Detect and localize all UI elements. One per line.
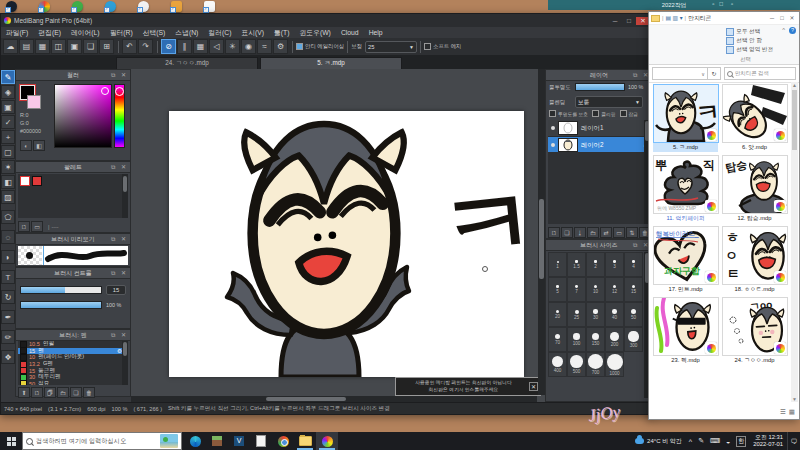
correction-dropdown[interactable]: 25▼ [365, 41, 417, 53]
file-name[interactable]: 18. ㅎㅇㅌ.mdp [722, 285, 787, 294]
brush-up-icon[interactable]: ⬆ [18, 387, 30, 398]
white-app-icon[interactable]: ↗ [138, 1, 149, 12]
green-app-icon[interactable]: ↗ [72, 1, 83, 12]
menu-7[interactable]: 표시(V) [236, 27, 269, 38]
file-item-7[interactable]: ㄱoo 24. ㄱㅇㅇ.mdp [722, 297, 787, 365]
file-thumbnail[interactable]: ㄱoo [722, 297, 788, 356]
layer-opacity-slider[interactable] [575, 83, 625, 91]
visibility-icon[interactable] [551, 143, 555, 147]
file-thumbnail[interactable]: 행복바이러스_ 과자구함 [653, 226, 719, 285]
view-mode-toggles[interactable]: ☰▦ [780, 408, 795, 416]
menu-6[interactable]: 컬러(C) [203, 27, 236, 38]
layer-transfer-icon[interactable]: ⇄ [600, 227, 612, 238]
brush-size-400[interactable]: 400 [548, 352, 567, 377]
background-window-titlebar[interactable]: 2022작업 ▫ ⃠ ▫ [548, 0, 800, 10]
select-none-button[interactable]: 선택 안 함 [726, 37, 773, 45]
panel-buttons[interactable]: ⧉ ✕ [111, 163, 128, 171]
open-icon[interactable]: ▤ [19, 39, 34, 54]
pencil-tool[interactable]: ✏ [1, 330, 15, 344]
magic-wand-tool[interactable]: ✶ [1, 160, 15, 174]
menu-10[interactable]: Cloud [336, 27, 364, 38]
brush-size-1[interactable]: 1 [548, 252, 567, 277]
explorer-titlebar[interactable]: | ▤ ▥ ▾ | 만치티콘 ─ □ ✕ [649, 12, 799, 25]
taskbar-edge-icon[interactable] [184, 432, 206, 450]
lasso-tool[interactable]: ◌ [1, 230, 15, 244]
brush-size-12[interactable]: 12 [605, 277, 624, 302]
rotate-tool[interactable]: ↻ [1, 290, 15, 304]
brush-size-1000[interactable]: 1000 [605, 352, 624, 377]
visibility-icon[interactable] [551, 126, 555, 130]
notification-center-button[interactable]: 🗨 [787, 432, 800, 450]
eyedropper-tool[interactable]: ◗ [1, 250, 15, 264]
taskbar-chrome-icon[interactable] [272, 432, 294, 450]
snap-settings-icon[interactable]: ⚙ [273, 39, 288, 54]
select-all-button[interactable]: 모두 선택 [726, 28, 773, 36]
maximize-button[interactable]: □ [622, 17, 636, 24]
hue-strip[interactable] [114, 84, 125, 148]
panel-buttons[interactable]: ⧉ ✕ [111, 269, 128, 277]
document-tab-0[interactable]: 24. ㄱㅇㅇ.mdp [116, 57, 258, 70]
help-icon[interactable]: ? [789, 27, 796, 34]
menu-5[interactable]: 스냅(N) [170, 27, 203, 38]
menu-8[interactable]: 툴(T) [269, 27, 294, 38]
search-highlight-image[interactable] [160, 434, 178, 448]
palette-swatch-0[interactable] [20, 176, 30, 186]
brush-size-5[interactable]: 5 [548, 277, 567, 302]
menu-11[interactable]: Help [364, 27, 388, 38]
layer-duplicate-icon[interactable]: ❏ [561, 227, 573, 238]
soft-edge-checkbox[interactable] [424, 43, 431, 50]
brush-size-2[interactable]: 2 [586, 252, 605, 277]
file-item-6[interactable]: 23. 헥.mdp [653, 297, 718, 365]
keyboard-tray-icon[interactable]: ⌨ [710, 437, 720, 445]
brush-size-700[interactable]: 700 [586, 352, 605, 377]
folder-app-icon[interactable]: ↗ [171, 1, 182, 12]
palette-trash-icon[interactable]: ▭ [31, 221, 43, 232]
eraser-tool[interactable]: ◈ [1, 85, 15, 99]
brush-item-6[interactable]: 50 점묘 [18, 381, 124, 385]
taskbar-search-box[interactable]: 검색하려면 여기에 입력하십시오 [22, 432, 182, 450]
brush-add-menu-icon[interactable]: 🗍 [44, 387, 56, 398]
snap-crosshatch-icon[interactable]: ▦ [193, 39, 208, 54]
tooltip-close-icon[interactable]: ✕ [529, 382, 538, 391]
redo-icon[interactable]: ↷ [138, 39, 153, 54]
grid-icon[interactable]: ⊞ [99, 39, 114, 54]
menu-1[interactable]: 편집(E) [33, 27, 66, 38]
brush-size-3[interactable]: 3 [605, 252, 624, 277]
document-app-icon[interactable]: ↗ [204, 1, 215, 12]
menu-2[interactable]: 레이어(L) [66, 27, 105, 38]
select-poly-tool[interactable]: ⬠ [1, 210, 15, 224]
select-rect-tool[interactable]: ▢ [1, 145, 15, 159]
brush-duplicate-icon[interactable]: ❏ [70, 387, 82, 398]
panel-buttons[interactable]: ⧉ ✕ [111, 331, 128, 339]
layer-up-down-icon[interactable]: ⇅ [626, 227, 638, 238]
brush-size-200[interactable]: 200 [605, 327, 624, 352]
panel-buttons[interactable]: ⧉ ✕ [111, 235, 128, 243]
address-bar[interactable]: ∨ [652, 67, 708, 80]
blue-wave-app-icon[interactable]: ↗ [105, 1, 116, 12]
brush-size-500[interactable]: 500 [567, 352, 586, 377]
taskbar-explorer-icon[interactable] [294, 432, 316, 450]
taskbar-medibang-icon[interactable] [316, 432, 338, 450]
layer-row-0[interactable]: 레이어1 [548, 120, 652, 137]
file-item-1[interactable]: 6. 앗.mdp [722, 84, 787, 152]
file-item-5[interactable]: ㅎ ㅇ ㅌ 18. ㅎㅇㅌ.mdp [722, 226, 787, 294]
steam-icon[interactable]: ↗ [6, 1, 17, 12]
clipping-checkbox[interactable] [592, 110, 599, 117]
brush-size-slider[interactable] [20, 286, 102, 294]
file-name[interactable]: 23. 헥.mdp [653, 356, 718, 365]
canvas-document[interactable]: ㅋ [169, 111, 524, 377]
file-thumbnail[interactable] [653, 297, 719, 356]
brush-size-150[interactable]: 150 [586, 327, 605, 352]
brush-size-15[interactable]: 15 [624, 277, 643, 302]
file-item-4[interactable]: 행복바이러스_ 과자구함 17. 민트.mdp [653, 226, 718, 294]
menu-4[interactable]: 선택(S) [138, 27, 171, 38]
undo-icon[interactable]: ↶ [122, 39, 137, 54]
ribbon-collapse-icon[interactable]: ^ [782, 27, 785, 33]
network-tray-icon[interactable]: ◒ [726, 438, 730, 445]
brush-size-30[interactable]: 30 [586, 302, 605, 327]
brush-size-50[interactable]: 50 [624, 302, 643, 327]
file-thumbnail[interactable]: 뿌 직 위에 W8550 ZMP [653, 155, 719, 214]
brush-size-4[interactable]: 4 [624, 252, 643, 277]
check-tool[interactable]: ✓ [1, 115, 15, 129]
invert-selection-button[interactable]: 선택 영역 반전 [726, 46, 773, 54]
